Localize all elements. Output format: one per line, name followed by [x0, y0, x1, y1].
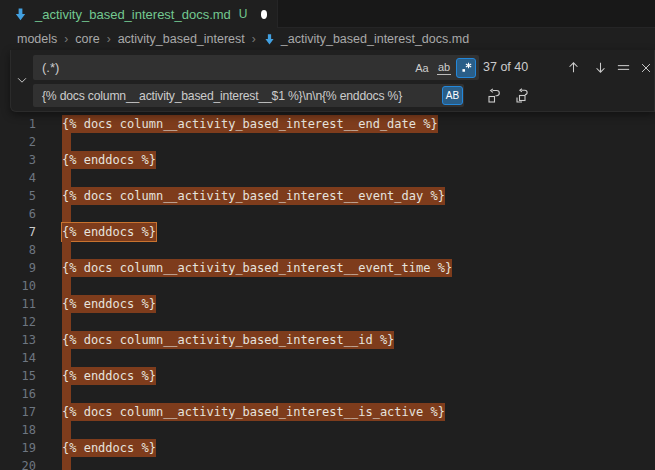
find-match: {% docs column__activity_based_interest_…	[62, 187, 445, 205]
editor-line[interactable]: 13{% docs column__activity_based_interes…	[0, 331, 655, 349]
editor-line[interactable]: 16	[0, 385, 655, 403]
regex-button[interactable]	[456, 58, 476, 78]
editor-line[interactable]: 2	[0, 133, 655, 151]
line-content	[62, 313, 71, 331]
match-count-label: 37 of 40	[483, 55, 528, 80]
replace-input-value: {% docs column__activity_based_interest_…	[33, 89, 442, 103]
editor-line[interactable]: 10	[0, 277, 655, 295]
line-content	[62, 421, 71, 439]
editor-line[interactable]: 19{% enddocs %}	[0, 439, 655, 457]
line-content	[62, 349, 71, 367]
git-status-badge: U	[239, 7, 248, 21]
close-icon	[639, 61, 653, 75]
find-match	[62, 205, 71, 223]
find-match: {% docs column__activity_based_interest_…	[62, 331, 394, 349]
vscode-window: _activity_based_interest_docs.md U model…	[0, 0, 655, 470]
toggle-replace-button[interactable]	[11, 50, 32, 110]
find-match: {% enddocs %}	[62, 295, 156, 313]
line-number: 13	[0, 331, 36, 349]
breadcrumb-item-models[interactable]: models	[17, 32, 57, 46]
editor-line[interactable]: 17{% docs column__activity_based_interes…	[0, 403, 655, 421]
next-match-button[interactable]	[590, 57, 611, 78]
whole-word-icon: ab	[437, 61, 451, 75]
line-content: {% docs column__activity_based_interest_…	[62, 331, 394, 349]
chevron-right-icon: ›	[64, 32, 68, 46]
replace-button[interactable]	[483, 86, 505, 106]
editor-line[interactable]: 15{% enddocs %}	[0, 367, 655, 385]
line-number: 2	[0, 133, 36, 151]
unsaved-dot-icon[interactable]	[261, 10, 267, 19]
editor-line[interactable]: 12	[0, 313, 655, 331]
find-match	[62, 457, 71, 470]
line-content: {% enddocs %}	[62, 295, 156, 313]
line-content: {% docs column__activity_based_interest_…	[62, 115, 438, 133]
line-number: 19	[0, 439, 36, 457]
line-content: {% docs column__activity_based_interest_…	[62, 187, 445, 205]
find-match	[62, 169, 71, 187]
line-content	[62, 277, 71, 295]
preserve-case-icon: AB	[446, 90, 459, 101]
tab-bar: _activity_based_interest_docs.md U	[0, 0, 655, 28]
line-number: 17	[0, 403, 36, 421]
breadcrumb-item-folder[interactable]: activity_based_interest	[118, 32, 245, 46]
preserve-case-button[interactable]: AB	[442, 86, 463, 105]
breadcrumb-item-file[interactable]: _activity_based_interest_docs.md	[263, 32, 469, 46]
line-content	[62, 241, 71, 259]
line-number: 7	[0, 223, 36, 241]
editor-line[interactable]: 7{% enddocs %}	[0, 223, 655, 241]
line-content	[62, 457, 71, 470]
line-number: 10	[0, 277, 36, 295]
replace-all-icon	[514, 88, 530, 104]
editor-line[interactable]: 14	[0, 349, 655, 367]
chevron-down-icon	[15, 73, 29, 87]
breadcrumb-filename: _activity_based_interest_docs.md	[281, 32, 469, 46]
code-area: 1{% docs column__activity_based_interest…	[0, 115, 655, 470]
line-number: 1	[0, 115, 36, 133]
replace-all-button[interactable]	[511, 86, 533, 106]
breadcrumb-item-core[interactable]: core	[75, 32, 99, 46]
editor-pane[interactable]: 1{% docs column__activity_based_interest…	[0, 50, 655, 470]
line-number: 4	[0, 169, 36, 187]
editor-line[interactable]: 1{% docs column__activity_based_interest…	[0, 115, 655, 133]
editor-line[interactable]: 3{% enddocs %}	[0, 151, 655, 169]
editor-line[interactable]: 4	[0, 169, 655, 187]
match-case-button[interactable]: Aa	[412, 58, 432, 78]
line-content: {% docs column__activity_based_interest_…	[62, 259, 452, 277]
find-match	[62, 313, 71, 331]
line-content	[62, 385, 71, 403]
line-number: 3	[0, 151, 36, 169]
editor-line[interactable]: 18	[0, 421, 655, 439]
line-content: {% enddocs %}	[62, 151, 156, 169]
replace-icon	[486, 88, 502, 104]
line-content: {% enddocs %}	[62, 367, 156, 385]
tab-active-file[interactable]: _activity_based_interest_docs.md U	[0, 0, 278, 28]
find-match: {% docs column__activity_based_interest_…	[62, 259, 452, 277]
find-match	[62, 277, 71, 295]
line-number: 8	[0, 241, 36, 259]
line-number: 6	[0, 205, 36, 223]
find-replace-widget: (.*) Aa ab 37 of 40	[10, 50, 655, 112]
find-in-selection-button[interactable]	[613, 57, 634, 78]
find-match: {% enddocs %}	[62, 367, 156, 385]
editor-line[interactable]: 9{% docs column__activity_based_interest…	[0, 259, 655, 277]
previous-match-button[interactable]	[563, 57, 584, 78]
editor-line[interactable]: 6	[0, 205, 655, 223]
line-content: {% enddocs %}	[62, 223, 156, 241]
editor-line[interactable]: 11{% enddocs %}	[0, 295, 655, 313]
editor-line[interactable]: 8	[0, 241, 655, 259]
markdown-file-icon	[263, 33, 276, 46]
find-match	[62, 385, 71, 403]
editor-line[interactable]: 20	[0, 457, 655, 470]
arrow-down-icon	[593, 60, 608, 75]
whole-word-button[interactable]: ab	[434, 58, 454, 78]
line-number: 9	[0, 259, 36, 277]
replace-input[interactable]: {% docs column__activity_based_interest_…	[33, 84, 464, 107]
match-case-icon: Aa	[415, 62, 428, 74]
find-input[interactable]: (.*) Aa ab	[33, 55, 479, 80]
line-content	[62, 205, 71, 223]
close-find-widget-button[interactable]	[635, 57, 655, 78]
find-match: {% enddocs %}	[62, 439, 156, 457]
find-in-selection-icon	[616, 60, 631, 75]
editor-line[interactable]: 5{% docs column__activity_based_interest…	[0, 187, 655, 205]
line-number: 11	[0, 295, 36, 313]
